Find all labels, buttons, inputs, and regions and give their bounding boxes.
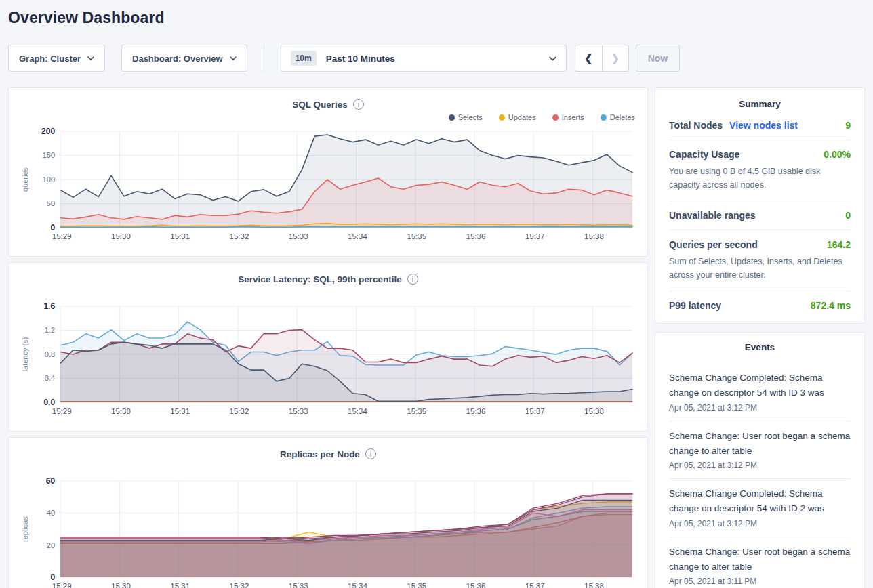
sidebar-column: Summary Total Nodes View nodes list 9 Ca… xyxy=(655,87,865,588)
summary-row-queries-per-second: Queries per second 164.2 Sum of Selects,… xyxy=(669,230,851,282)
charts-column: SQL Queries i SelectsUpdatesInsertsDelet… xyxy=(8,87,648,588)
svg-text:15:35: 15:35 xyxy=(407,232,426,240)
svg-text:15:36: 15:36 xyxy=(466,582,486,588)
summary-label: P99 latency xyxy=(669,300,721,311)
chart-title: SQL Queries xyxy=(292,100,348,110)
summary-title: Summary xyxy=(669,99,851,109)
svg-text:50: 50 xyxy=(47,200,55,208)
legend-dot xyxy=(601,114,607,121)
svg-text:15:31: 15:31 xyxy=(170,232,190,240)
legend-item-deletes[interactable]: Deletes xyxy=(601,113,635,121)
svg-text:15:32: 15:32 xyxy=(230,232,249,240)
svg-text:15:33: 15:33 xyxy=(289,407,308,415)
svg-text:150: 150 xyxy=(43,152,55,160)
summary-description: You are using 0 B of 4.5 GiB usable disk… xyxy=(669,165,851,192)
svg-text:15:36: 15:36 xyxy=(466,232,486,240)
chevron-down-icon xyxy=(230,56,237,60)
chart-canvas: 15:2915:3015:3115:3215:3315:3415:3515:36… xyxy=(18,125,638,251)
svg-text:60: 60 xyxy=(46,476,56,486)
svg-text:15:36: 15:36 xyxy=(466,407,486,415)
event-text: Schema Change Completed: Schema change o… xyxy=(669,486,851,517)
page-title: Overview Dashboard xyxy=(8,9,873,27)
event-item[interactable]: Schema Change Completed: Schema change o… xyxy=(669,479,851,537)
info-icon[interactable]: i xyxy=(353,99,364,110)
summary-label: Unavailable ranges xyxy=(669,210,756,221)
toolbar: Graph: Cluster Dashboard: Overview 10m P… xyxy=(8,45,865,72)
legend-item-updates[interactable]: Updates xyxy=(499,113,536,121)
svg-text:0.0: 0.0 xyxy=(43,398,55,407)
svg-text:15:34: 15:34 xyxy=(348,232,367,240)
summary-row-p99-latency: P99 latency 872.4 ms xyxy=(669,291,851,311)
svg-text:0: 0 xyxy=(50,223,55,232)
chart-legend xyxy=(18,461,635,473)
dashboard-dropdown[interactable]: Dashboard: Overview xyxy=(121,45,247,72)
chart-title: Service Latency: SQL, 99th percentile xyxy=(238,274,402,285)
event-item[interactable]: Schema Change: User root began a schema … xyxy=(669,421,851,480)
toolbar-divider xyxy=(264,45,264,72)
now-button[interactable]: Now xyxy=(636,45,681,72)
summary-label: Capacity Usage xyxy=(669,149,739,160)
chart-title: Replicas per Node xyxy=(280,449,360,459)
time-next-button[interactable]: ❯ xyxy=(602,45,629,72)
event-item[interactable]: Schema Change Completed: Schema change o… xyxy=(669,363,851,421)
svg-text:15:29: 15:29 xyxy=(52,232,72,240)
summary-description: Sum of Selects, Updates, Inserts, and De… xyxy=(669,255,851,282)
dashboard-dropdown-label: Dashboard: Overview xyxy=(132,54,223,64)
svg-text:1.6: 1.6 xyxy=(43,301,55,311)
chart-panel-sql-queries: SQL Queries i SelectsUpdatesInsertsDelet… xyxy=(8,87,648,257)
summary-value: 872.4 ms xyxy=(811,300,851,311)
info-icon[interactable]: i xyxy=(365,448,376,459)
events-list: Schema Change Completed: Schema change o… xyxy=(669,363,851,588)
summary-label: Queries per second xyxy=(669,239,758,250)
event-timestamp: Apr 05, 2021 at 3:11 PM xyxy=(669,576,851,586)
event-item[interactable]: Schema Change: User root began a schema … xyxy=(669,537,851,588)
svg-text:15:37: 15:37 xyxy=(525,582,545,588)
legend-label: Selects xyxy=(458,113,483,121)
svg-text:15:32: 15:32 xyxy=(230,407,249,415)
svg-text:0: 0 xyxy=(50,572,55,582)
service-latency-chart: 15:2915:3015:3115:3215:3315:3415:3515:36… xyxy=(18,299,638,425)
summary-value: 164.2 xyxy=(827,239,851,250)
svg-text:200: 200 xyxy=(41,127,55,136)
svg-text:15:31: 15:31 xyxy=(170,582,190,588)
svg-text:15:35: 15:35 xyxy=(407,582,426,588)
legend-item-selects[interactable]: Selects xyxy=(449,113,483,121)
svg-text:100: 100 xyxy=(43,175,55,184)
legend-dot xyxy=(499,114,505,121)
events-title: Events xyxy=(669,342,851,352)
legend-item-inserts[interactable]: Inserts xyxy=(552,113,584,121)
event-timestamp: Apr 05, 2021 at 3:12 PM xyxy=(669,519,851,528)
event-timestamp: Apr 05, 2021 at 3:12 PM xyxy=(669,461,851,470)
event-timestamp: Apr 05, 2021 at 3:12 PM xyxy=(669,403,851,413)
view-nodes-list-link[interactable]: View nodes list xyxy=(729,120,798,131)
svg-text:latency (s): latency (s) xyxy=(21,337,29,372)
svg-text:15:33: 15:33 xyxy=(289,582,308,588)
info-icon[interactable]: i xyxy=(407,274,418,285)
legend-dot xyxy=(552,114,559,121)
svg-text:replicas: replicas xyxy=(21,516,29,542)
svg-text:15:34: 15:34 xyxy=(348,407,367,415)
svg-text:15:38: 15:38 xyxy=(584,232,604,240)
svg-text:15:34: 15:34 xyxy=(348,582,367,588)
graph-dropdown-label: Graph: Cluster xyxy=(19,54,81,64)
event-text: Schema Change: User root began a schema … xyxy=(669,545,851,575)
svg-text:15:30: 15:30 xyxy=(111,582,131,588)
summary-label: Total Nodes xyxy=(669,120,723,131)
graph-dropdown[interactable]: Graph: Cluster xyxy=(8,45,105,72)
time-range-label: Past 10 Minutes xyxy=(326,54,395,64)
time-prev-button[interactable]: ❮ xyxy=(575,45,602,72)
svg-text:0.8: 0.8 xyxy=(45,350,55,358)
summary-panel: Summary Total Nodes View nodes list 9 Ca… xyxy=(655,87,865,324)
svg-text:15:38: 15:38 xyxy=(584,407,604,415)
chart-panel-replicas-per-node: Replicas per Node i 15:2915:3015:3115:32… xyxy=(8,437,648,588)
event-text: Schema Change: User root began a schema … xyxy=(669,429,851,459)
svg-text:15:33: 15:33 xyxy=(289,232,308,240)
summary-row-total-nodes: Total Nodes View nodes list 9 xyxy=(669,120,851,131)
legend-dot xyxy=(449,114,455,121)
svg-text:15:38: 15:38 xyxy=(584,582,604,588)
time-range-picker[interactable]: 10m Past 10 Minutes xyxy=(281,45,567,72)
summary-value: 0.00% xyxy=(824,149,851,160)
svg-text:15:37: 15:37 xyxy=(525,232,545,240)
svg-text:15:35: 15:35 xyxy=(407,407,426,415)
legend-label: Inserts xyxy=(562,113,584,121)
